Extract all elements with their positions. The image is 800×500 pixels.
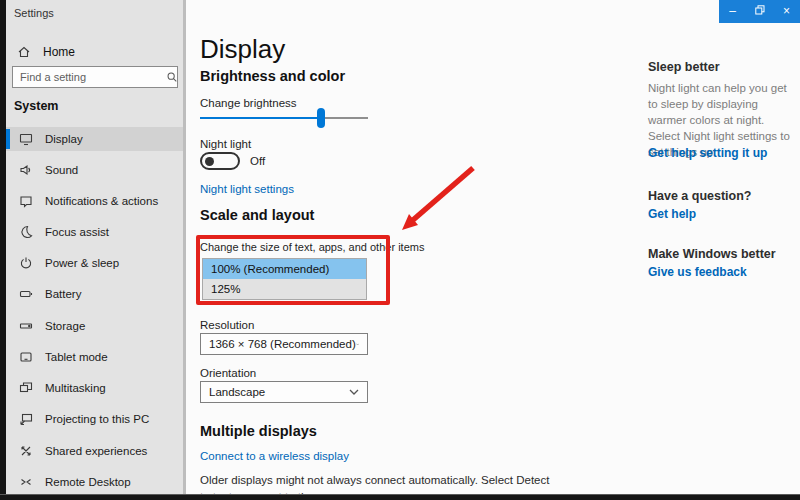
sidebar-item-multitasking[interactable]: Multitasking <box>6 376 186 400</box>
sidebar-item-label: Battery <box>45 288 81 300</box>
sleep-better-heading: Sleep better <box>648 60 800 74</box>
brightness-slider-label: Change brightness <box>200 97 297 109</box>
sidebar-item-label: Power & sleep <box>45 257 119 269</box>
multiple-displays-heading: Multiple displays <box>200 423 317 439</box>
make-windows-better-heading: Make Windows better <box>648 247 800 261</box>
sidebar-item-label: Multitasking <box>45 382 106 394</box>
sidebar-item-remote-desktop[interactable]: Remote Desktop <box>6 470 186 494</box>
restore-icon <box>755 5 765 15</box>
search-icon[interactable] <box>166 71 178 83</box>
storage-icon <box>18 319 33 334</box>
sidebar-item-label: Sound <box>45 164 78 176</box>
titlebar-controls: – × <box>719 0 800 23</box>
sidebar-item-label: Shared experiences <box>45 445 147 457</box>
sidebar-item-label: Display <box>45 133 83 145</box>
close-button[interactable]: × <box>777 0 797 23</box>
app-title: Settings <box>14 7 54 19</box>
resolution-value: 1366 × 768 (Recommended) <box>209 338 356 350</box>
page-title: Display <box>200 34 285 65</box>
focus-assist-icon <box>18 225 33 240</box>
sidebar-item-label: Notifications & actions <box>45 195 158 207</box>
scale-dropdown-label: Change the size of text, apps, and other… <box>200 241 424 253</box>
give-feedback-link[interactable]: Give us feedback <box>648 265 800 279</box>
display-icon <box>18 132 33 147</box>
sidebar-item-battery[interactable]: Battery <box>6 282 186 306</box>
annotation-arrow <box>380 140 500 250</box>
sidebar-item-sound[interactable]: Sound <box>6 158 186 182</box>
sound-icon <box>18 163 33 178</box>
search-input[interactable] <box>13 71 166 83</box>
chevron-down-icon <box>356 341 359 348</box>
orientation-select[interactable]: Landscape <box>200 381 368 403</box>
brightness-slider-fill <box>200 117 321 119</box>
connect-wireless-display-link[interactable]: Connect to a wireless display <box>200 450 349 462</box>
orientation-value: Landscape <box>209 386 265 398</box>
sidebar-item-notifications[interactable]: Notifications & actions <box>6 189 186 213</box>
battery-icon <box>18 287 33 302</box>
toggle-knob-icon <box>205 157 214 166</box>
sidebar-item-projecting[interactable]: Projecting to this PC <box>6 407 186 431</box>
resolution-select[interactable]: 1366 × 768 (Recommended) <box>200 333 368 355</box>
orientation-label: Orientation <box>200 367 256 379</box>
sidebar-item-power-sleep[interactable]: Power & sleep <box>6 251 186 275</box>
night-light-settings-link[interactable]: Night light settings <box>200 183 294 195</box>
brightness-slider-thumb[interactable] <box>317 108 325 128</box>
sidebar-item-label: Remote Desktop <box>45 476 131 488</box>
shared-experiences-icon <box>18 444 33 459</box>
resolution-label: Resolution <box>200 319 254 331</box>
sidebar-section-system: System <box>14 99 58 113</box>
minimize-button[interactable]: – <box>723 0 743 23</box>
sidebar-item-focus-assist[interactable]: Focus assist <box>6 220 186 244</box>
get-help-link[interactable]: Get help <box>648 207 800 221</box>
scale-layout-heading: Scale and layout <box>200 207 314 223</box>
search-box <box>12 66 178 88</box>
multitasking-icon <box>18 381 33 396</box>
tablet-mode-icon <box>18 350 33 365</box>
remote-desktop-icon <box>18 475 33 490</box>
sidebar-item-label: Focus assist <box>45 226 109 238</box>
sidebar-item-storage[interactable]: Storage <box>6 314 186 338</box>
video-left-edge <box>0 0 6 500</box>
home-icon <box>16 45 31 60</box>
projecting-icon <box>18 412 33 427</box>
night-light-label: Night light <box>200 138 251 150</box>
sidebar-item-label: Storage <box>45 320 85 332</box>
scale-option-100[interactable]: 100% (Recommended) <box>203 259 366 279</box>
video-bottom-edge <box>0 494 800 500</box>
sidebar-item-shared-experiences[interactable]: Shared experiences <box>6 439 186 463</box>
get-help-setting-link[interactable]: Get help setting it up <box>648 146 800 160</box>
settings-window: – × Settings Home System Display Soun <box>0 0 800 500</box>
have-question-heading: Have a question? <box>648 189 800 203</box>
brightness-slider[interactable] <box>200 117 368 119</box>
maximize-button[interactable] <box>750 0 770 23</box>
brightness-heading: Brightness and color <box>200 68 345 84</box>
chevron-down-icon <box>349 389 359 396</box>
sidebar-item-label: Tablet mode <box>45 351 108 363</box>
sidebar-scrollbar[interactable] <box>183 0 186 494</box>
power-sleep-icon <box>18 256 33 271</box>
sidebar-item-label: Projecting to this PC <box>45 413 149 425</box>
sidebar: Settings Home System Display Sound Notif… <box>6 0 186 494</box>
night-light-state: Off <box>250 155 265 167</box>
sidebar-item-home[interactable]: Home <box>10 40 182 64</box>
scale-dropdown-list: 100% (Recommended) 125% <box>202 258 367 300</box>
sidebar-item-tablet-mode[interactable]: Tablet mode <box>6 345 186 369</box>
sidebar-item-display[interactable]: Display <box>6 127 186 151</box>
sidebar-item-label: Home <box>43 45 75 59</box>
night-light-toggle[interactable] <box>200 152 240 170</box>
scale-option-125[interactable]: 125% <box>203 279 366 299</box>
notifications-icon <box>18 194 33 209</box>
